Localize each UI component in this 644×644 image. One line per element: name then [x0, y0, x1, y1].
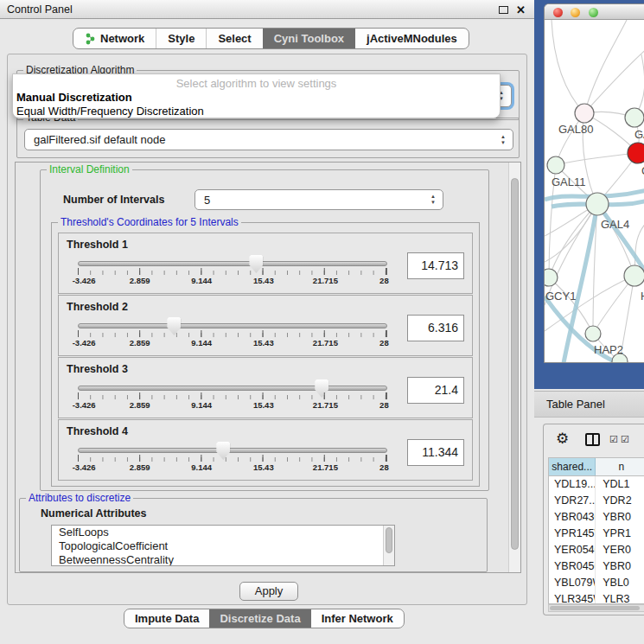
slider-tick-labels: -3.4262.8599.14415.4321.71528 — [78, 462, 387, 473]
tab-infer-network-label: Infer Network — [322, 612, 393, 625]
node-top-right[interactable] — [625, 108, 644, 127]
scrollbar-thumb[interactable] — [550, 606, 640, 610]
table-data-value: galFiltered.sif default node — [34, 133, 165, 146]
node-label-gal11: GAL11 — [552, 175, 586, 188]
tab-style[interactable]: Style — [156, 29, 206, 48]
close-icon[interactable]: ✕ — [516, 4, 526, 16]
tab-cyni-toolbox[interactable]: Cyni Toolbox — [263, 29, 355, 48]
threshold-2-value-field[interactable]: 6.316 — [407, 315, 464, 341]
dropdown-placeholder-option[interactable]: Select algorithm to view settings — [13, 77, 500, 90]
combo-arrows-icon: ▲▼ — [430, 190, 436, 209]
column-header-name[interactable]: n — [596, 458, 644, 475]
control-panel: Control Panel ✕ Network Style — [0, 0, 534, 644]
threshold-4-label: Threshold 4 — [67, 425, 128, 437]
slider-ticks — [78, 268, 387, 275]
list-item[interactable]: BetweennessCentrality — [52, 553, 394, 566]
float-window-icon[interactable] — [499, 6, 508, 14]
network-graph: GAL80 GA C GAL11 GAL4 GCY1 H HAP2 — [545, 20, 644, 363]
node-gal4[interactable] — [586, 193, 609, 215]
column-header-shared-name[interactable]: shared... — [549, 458, 596, 475]
network-window-titlebar[interactable] — [545, 4, 644, 20]
slider-tick-labels: -3.4262.8599.14415.4321.71528 — [78, 338, 387, 348]
split-columns-icon[interactable] — [585, 433, 600, 446]
node-gal80[interactable] — [575, 104, 594, 123]
tab-cyni-toolbox-label: Cyni Toolbox — [274, 32, 344, 45]
node-right-low[interactable] — [624, 265, 644, 286]
node-attribute-table: shared... n YDL19...YDL1 YDR27...YDR2 YB… — [548, 457, 644, 604]
threshold-4-value-field[interactable]: 11.344 — [407, 439, 464, 466]
numerical-attributes-heading: Numerical Attributes — [41, 507, 146, 520]
checkbox-icon[interactable]: ☑ — [609, 435, 618, 444]
slider-track[interactable] — [78, 448, 387, 453]
scrollbar-thumb[interactable] — [511, 178, 519, 550]
network-canvas[interactable]: GAL80 GA C GAL11 GAL4 GCY1 H HAP2 — [545, 20, 644, 363]
attributes-list-scrollbar[interactable] — [383, 526, 394, 565]
slider-track[interactable] — [78, 386, 387, 391]
tab-jactivemnodules[interactable]: jActiveMNodules — [355, 29, 469, 48]
group-interval-definition: Interval Definition Number of Intervals … — [40, 169, 489, 491]
tab-network[interactable]: Network — [73, 29, 156, 48]
tab-infer-network[interactable]: Infer Network — [311, 609, 404, 628]
tab-network-label: Network — [100, 32, 144, 45]
threshold-2-slider[interactable]: -3.4262.8599.14415.4321.71528 — [78, 323, 387, 348]
apply-button[interactable]: Apply — [239, 582, 298, 601]
node-label-gcy1: GCY1 — [545, 290, 576, 303]
control-panel-titlebar: Control Panel ✕ — [0, 0, 534, 19]
group-attributes-title: Attributes to discretize — [26, 492, 133, 504]
minimize-traffic-light-icon[interactable] — [571, 8, 580, 17]
threshold-1-slider[interactable]: -3.4262.8599.14415.4321.71528 — [78, 261, 387, 286]
table-row[interactable]: YBR045CYBR0 — [549, 558, 644, 575]
table-row[interactable]: YBL079WYBL0 — [549, 575, 644, 591]
list-item[interactable]: TopologicalCoefficient — [52, 539, 394, 553]
node-gcy1[interactable] — [545, 269, 558, 286]
table-row[interactable]: YBR043CYBR0 — [549, 509, 644, 526]
node-hap2[interactable] — [585, 326, 601, 341]
settings-scrollbar[interactable] — [508, 163, 520, 572]
slider-track[interactable] — [78, 323, 387, 328]
table-row[interactable]: YDR27...YDR2 — [549, 493, 644, 509]
table-row[interactable]: YDL19...YDL1 — [549, 476, 644, 493]
node-red-selected[interactable] — [628, 143, 644, 163]
table-panel-titlebar: Table Panel — [534, 391, 644, 418]
network-window: GAL80 GA C GAL11 GAL4 GCY1 H HAP2 — [544, 3, 644, 363]
gear-icon[interactable]: ⚙ — [556, 431, 569, 446]
threshold-1-panel: Threshold 1 -3.4262.8599.14415.4321.7152… — [58, 233, 473, 294]
dropdown-option-manual-discretization[interactable]: Manual Discretization — [16, 91, 132, 104]
table-row[interactable]: YLR345WYLR3 — [549, 591, 644, 604]
dropdown-option-equal-width-frequency[interactable]: Equal Width/Frequency Discretization — [16, 105, 204, 118]
table-panel: ⚙ ☑ ☑ shared... n YDL19...YDL1 YDR27...Y… — [543, 424, 644, 615]
node-label-gal4: GAL4 — [601, 218, 629, 231]
group-table-data: Table Data galFiltered.sif default node … — [16, 118, 520, 158]
tab-select[interactable]: Select — [206, 29, 262, 48]
number-of-intervals-label: Number of Intervals — [63, 194, 164, 206]
tab-discretize-data-label: Discretize Data — [220, 612, 300, 625]
window-controls: ✕ — [499, 0, 526, 19]
node-label-hap2: HAP2 — [594, 343, 623, 356]
table-row[interactable]: YER054CYER0 — [549, 542, 644, 558]
node-gal11[interactable] — [547, 156, 564, 174]
tab-impute-data-label: Impute Data — [135, 612, 199, 625]
list-item[interactable]: SelfLoops — [52, 526, 394, 539]
threshold-3-value-field[interactable]: 21.4 — [407, 377, 464, 404]
threshold-1-value-field[interactable]: 14.713 — [407, 252, 464, 279]
group-attributes-to-discretize: Attributes to discretize Numerical Attri… — [19, 498, 488, 572]
scrollbar-thumb[interactable] — [386, 527, 392, 553]
slider-track[interactable] — [78, 261, 387, 266]
tab-impute-data[interactable]: Impute Data — [124, 609, 209, 628]
control-panel-tabs: Network Style Select Cyni Toolbox jActiv… — [73, 28, 469, 49]
table-row[interactable]: YPR145WYPR1 — [549, 526, 644, 542]
close-traffic-light-icon[interactable] — [553, 8, 563, 17]
tab-select-label: Select — [218, 32, 251, 45]
network-window-frame: GAL80 GA C GAL11 GAL4 GCY1 H HAP2 — [534, 0, 644, 389]
zoom-traffic-light-icon[interactable] — [589, 8, 598, 17]
threshold-2-panel: Threshold 2 -3.4262.8599.14415.4321.7152… — [58, 295, 473, 356]
tab-discretize-data[interactable]: Discretize Data — [209, 609, 310, 628]
threshold-3-slider[interactable]: -3.4262.8599.14415.4321.71528 — [78, 386, 387, 411]
checkbox-icon[interactable]: ☑ — [621, 435, 629, 444]
number-of-intervals-combobox[interactable]: 5 ▲▼ — [194, 189, 443, 210]
table-horizontal-scrollbar[interactable] — [548, 604, 644, 612]
node-label-partial-low: H — [641, 290, 644, 303]
settings-scrollpane: Interval Definition Number of Intervals … — [15, 162, 521, 573]
threshold-4-slider[interactable]: -3.4262.8599.14415.4321.71528 — [78, 448, 387, 473]
table-data-combobox[interactable]: galFiltered.sif default node ▲▼ — [24, 129, 513, 150]
